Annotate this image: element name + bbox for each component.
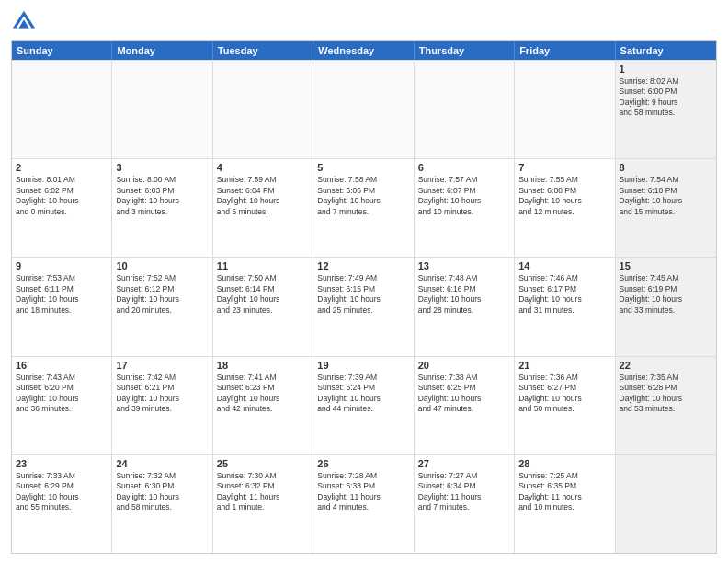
day-info: Sunrise: 7:38 AM Sunset: 6:25 PM Dayligh… — [418, 373, 510, 415]
cal-cell: 3Sunrise: 8:00 AM Sunset: 6:03 PM Daylig… — [112, 159, 212, 257]
cal-cell: 13Sunrise: 7:48 AM Sunset: 6:16 PM Dayli… — [415, 258, 515, 355]
day-number: 26 — [317, 458, 409, 469]
cal-cell: 16Sunrise: 7:43 AM Sunset: 6:20 PM Dayli… — [12, 357, 112, 454]
calendar-row-4: 16Sunrise: 7:43 AM Sunset: 6:20 PM Dayli… — [12, 356, 716, 454]
day-info: Sunrise: 7:46 AM Sunset: 6:17 PM Dayligh… — [518, 273, 610, 316]
day-number: 9 — [16, 260, 108, 271]
day-info: Sunrise: 7:55 AM Sunset: 6:08 PM Dayligh… — [518, 175, 610, 217]
cal-cell — [616, 455, 716, 553]
calendar-row-2: 2Sunrise: 8:01 AM Sunset: 6:02 PM Daylig… — [12, 158, 716, 257]
header-day-monday: Monday — [112, 41, 212, 60]
cal-cell: 22Sunrise: 7:35 AM Sunset: 6:28 PM Dayli… — [616, 357, 716, 454]
day-info: Sunrise: 7:45 AM Sunset: 6:19 PM Dayligh… — [620, 273, 712, 316]
calendar-page: SundayMondayTuesdayWednesdayThursdayFrid… — [0, 0, 728, 563]
day-number: 8 — [620, 162, 712, 173]
day-number: 7 — [518, 162, 610, 173]
day-number: 6 — [418, 162, 510, 173]
cal-cell: 26Sunrise: 7:28 AM Sunset: 6:33 PM Dayli… — [313, 455, 414, 553]
cal-cell: 15Sunrise: 7:45 AM Sunset: 6:19 PM Dayli… — [616, 258, 716, 355]
day-number: 14 — [518, 260, 610, 271]
cal-cell: 14Sunrise: 7:46 AM Sunset: 6:17 PM Dayli… — [515, 258, 615, 355]
day-info: Sunrise: 7:32 AM Sunset: 6:30 PM Dayligh… — [116, 471, 208, 513]
calendar-row-5: 23Sunrise: 7:33 AM Sunset: 6:29 PM Dayli… — [12, 454, 716, 553]
day-info: Sunrise: 7:49 AM Sunset: 6:15 PM Dayligh… — [317, 273, 409, 316]
day-info: Sunrise: 7:43 AM Sunset: 6:20 PM Dayligh… — [16, 373, 108, 415]
cal-cell — [213, 61, 313, 158]
cal-cell — [415, 61, 515, 158]
header-day-wednesday: Wednesday — [313, 41, 414, 60]
cal-cell: 12Sunrise: 7:49 AM Sunset: 6:15 PM Dayli… — [313, 258, 414, 355]
day-number: 27 — [418, 458, 510, 469]
day-number: 23 — [16, 458, 108, 469]
day-number: 11 — [217, 260, 309, 271]
day-number: 16 — [16, 360, 108, 371]
day-number: 21 — [518, 360, 610, 371]
header — [11, 9, 717, 35]
day-number: 19 — [317, 360, 409, 371]
calendar: SundayMondayTuesdayWednesdayThursdayFrid… — [11, 40, 717, 554]
cal-cell — [112, 61, 212, 158]
day-number: 24 — [116, 458, 208, 469]
cal-cell: 20Sunrise: 7:38 AM Sunset: 6:25 PM Dayli… — [415, 357, 515, 454]
day-info: Sunrise: 7:28 AM Sunset: 6:33 PM Dayligh… — [317, 471, 409, 513]
header-day-sunday: Sunday — [12, 41, 112, 60]
day-number: 25 — [217, 458, 309, 469]
cal-cell: 5Sunrise: 7:58 AM Sunset: 6:06 PM Daylig… — [313, 159, 414, 257]
cal-cell: 28Sunrise: 7:25 AM Sunset: 6:35 PM Dayli… — [515, 455, 615, 553]
calendar-row-3: 9Sunrise: 7:53 AM Sunset: 6:11 PM Daylig… — [12, 257, 716, 355]
day-info: Sunrise: 7:53 AM Sunset: 6:11 PM Dayligh… — [16, 273, 108, 316]
day-info: Sunrise: 7:50 AM Sunset: 6:14 PM Dayligh… — [217, 273, 309, 316]
day-info: Sunrise: 8:00 AM Sunset: 6:03 PM Dayligh… — [116, 175, 208, 217]
logo — [11, 9, 40, 35]
day-number: 3 — [116, 162, 208, 173]
cal-cell: 7Sunrise: 7:55 AM Sunset: 6:08 PM Daylig… — [515, 159, 615, 257]
calendar-header: SundayMondayTuesdayWednesdayThursdayFrid… — [12, 41, 716, 60]
day-info: Sunrise: 7:48 AM Sunset: 6:16 PM Dayligh… — [418, 273, 510, 316]
day-info: Sunrise: 7:25 AM Sunset: 6:35 PM Dayligh… — [518, 471, 610, 513]
cal-cell — [313, 61, 414, 158]
cal-cell: 19Sunrise: 7:39 AM Sunset: 6:24 PM Dayli… — [313, 357, 414, 454]
day-info: Sunrise: 7:59 AM Sunset: 6:04 PM Dayligh… — [217, 175, 309, 217]
day-info: Sunrise: 7:30 AM Sunset: 6:32 PM Dayligh… — [217, 471, 309, 513]
header-day-thursday: Thursday — [415, 41, 515, 60]
cal-cell — [515, 61, 615, 158]
day-number: 28 — [518, 458, 610, 469]
day-number: 22 — [620, 360, 712, 371]
day-number: 15 — [620, 260, 712, 271]
cal-cell: 17Sunrise: 7:42 AM Sunset: 6:21 PM Dayli… — [112, 357, 212, 454]
cal-cell: 10Sunrise: 7:52 AM Sunset: 6:12 PM Dayli… — [112, 258, 212, 355]
day-info: Sunrise: 7:39 AM Sunset: 6:24 PM Dayligh… — [317, 373, 409, 415]
day-info: Sunrise: 7:33 AM Sunset: 6:29 PM Dayligh… — [16, 471, 108, 513]
header-day-saturday: Saturday — [616, 41, 716, 60]
day-number: 18 — [217, 360, 309, 371]
day-info: Sunrise: 7:42 AM Sunset: 6:21 PM Dayligh… — [116, 373, 208, 415]
cal-cell: 25Sunrise: 7:30 AM Sunset: 6:32 PM Dayli… — [213, 455, 313, 553]
day-number: 5 — [317, 162, 409, 173]
cal-cell: 24Sunrise: 7:32 AM Sunset: 6:30 PM Dayli… — [112, 455, 212, 553]
day-number: 1 — [620, 63, 712, 75]
cal-cell: 8Sunrise: 7:54 AM Sunset: 6:10 PM Daylig… — [616, 159, 716, 257]
calendar-body: 1Sunrise: 8:02 AM Sunset: 6:00 PM Daylig… — [12, 60, 716, 553]
cal-cell: 23Sunrise: 7:33 AM Sunset: 6:29 PM Dayli… — [12, 455, 112, 553]
cal-cell: 2Sunrise: 8:01 AM Sunset: 6:02 PM Daylig… — [12, 159, 112, 257]
day-info: Sunrise: 7:41 AM Sunset: 6:23 PM Dayligh… — [217, 373, 309, 415]
day-info: Sunrise: 7:58 AM Sunset: 6:06 PM Dayligh… — [317, 175, 409, 217]
day-info: Sunrise: 8:01 AM Sunset: 6:02 PM Dayligh… — [16, 175, 108, 217]
day-info: Sunrise: 7:36 AM Sunset: 6:27 PM Dayligh… — [518, 373, 610, 415]
day-info: Sunrise: 7:54 AM Sunset: 6:10 PM Dayligh… — [620, 175, 712, 217]
day-number: 2 — [16, 162, 108, 173]
header-day-tuesday: Tuesday — [213, 41, 313, 60]
cal-cell: 4Sunrise: 7:59 AM Sunset: 6:04 PM Daylig… — [213, 159, 313, 257]
cal-cell: 11Sunrise: 7:50 AM Sunset: 6:14 PM Dayli… — [213, 258, 313, 355]
day-number: 17 — [116, 360, 208, 371]
cal-cell: 18Sunrise: 7:41 AM Sunset: 6:23 PM Dayli… — [213, 357, 313, 454]
day-info: Sunrise: 7:52 AM Sunset: 6:12 PM Dayligh… — [116, 273, 208, 316]
day-info: Sunrise: 7:27 AM Sunset: 6:34 PM Dayligh… — [418, 471, 510, 513]
day-info: Sunrise: 7:35 AM Sunset: 6:28 PM Dayligh… — [620, 373, 712, 415]
logo-icon — [11, 9, 37, 35]
day-info: Sunrise: 7:57 AM Sunset: 6:07 PM Dayligh… — [418, 175, 510, 217]
day-number: 12 — [317, 260, 409, 271]
cal-cell: 6Sunrise: 7:57 AM Sunset: 6:07 PM Daylig… — [415, 159, 515, 257]
day-number: 20 — [418, 360, 510, 371]
day-number: 10 — [116, 260, 208, 271]
